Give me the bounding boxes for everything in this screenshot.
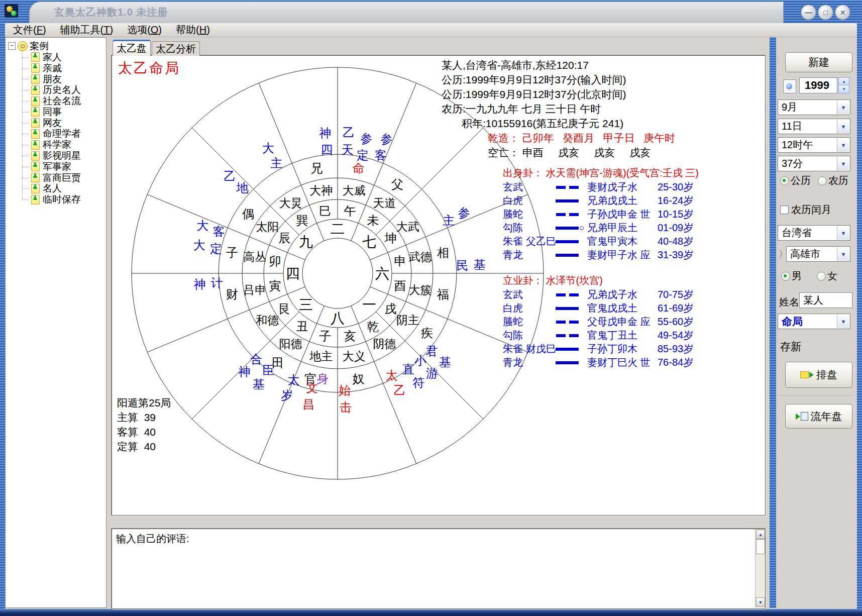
- ring-branch: 巳: [319, 204, 331, 218]
- age-range-label: 40-48岁: [658, 235, 694, 248]
- tree-item-社会名流[interactable]: 社会名流: [19, 95, 106, 107]
- save-new-label[interactable]: 存新: [780, 340, 801, 354]
- tree-item-科学家[interactable]: 科学家: [19, 139, 106, 150]
- deity-char: 参: [380, 132, 392, 146]
- radio-icon[interactable]: [818, 176, 827, 185]
- radio-option-女[interactable]: 女: [817, 269, 837, 283]
- tree-item-朋友[interactable]: 朋友: [19, 74, 106, 85]
- chevron-down-icon[interactable]: ▼: [837, 315, 849, 328]
- hidden-spirit-label: 父乙巳: [526, 235, 555, 248]
- scroll-up-icon[interactable]: ▲: [756, 530, 765, 539]
- city-select[interactable]: 高雄市 ▼: [786, 246, 850, 262]
- chevron-down-icon[interactable]: ▼: [837, 138, 849, 152]
- leap-month-checkbox-row[interactable]: 农历闰月: [780, 203, 831, 217]
- yin-line-icon: [555, 293, 579, 296]
- spin-down-icon[interactable]: ▼: [839, 85, 849, 93]
- six-god-label: 螣蛇: [503, 208, 526, 221]
- chevron-down-icon[interactable]: ▼: [837, 100, 849, 114]
- hour-value: 12时午: [782, 138, 813, 152]
- ring-god: 天道: [373, 196, 396, 210]
- ring-number: 二: [331, 221, 345, 237]
- tree-items: 家人亲戚朋友历史名人社会名流同事网友命理学者科学家影视明星军事家富商巨贾名人临时…: [19, 52, 106, 205]
- ring-god: 阴德: [373, 337, 396, 350]
- page-icon: [801, 412, 808, 421]
- calculation-stats: 阳遁第25局主算 39客算 40定算 40: [117, 395, 171, 454]
- case-tree-panel: − ☺ 案例 家人亲戚朋友历史名人社会名流同事网友命理学者科学家影视明星军事家富…: [5, 37, 106, 608]
- tab-taiyi-pan[interactable]: 太乙盘: [113, 40, 151, 56]
- tree-item-影视明星[interactable]: 影视明星: [19, 150, 106, 161]
- radio-option-农历[interactable]: 农历: [818, 174, 848, 187]
- collapse-icon[interactable]: −: [8, 42, 16, 50]
- menu-item[interactable]: 选项(O): [127, 23, 162, 37]
- yin-line-icon: [555, 321, 579, 324]
- ring-number: 七: [362, 234, 376, 250]
- menu-item[interactable]: 文件(F): [13, 23, 46, 37]
- maximize-button[interactable]: □: [818, 5, 833, 20]
- hexagram-row: 玄武妻财戊子水25-30岁: [503, 180, 694, 194]
- tree-item-临时保存[interactable]: 临时保存: [19, 194, 106, 205]
- chevron-down-icon[interactable]: ▼: [837, 247, 849, 261]
- tree-item-命理学者[interactable]: 命理学者: [19, 129, 106, 140]
- chevron-down-icon[interactable]: ▼: [837, 120, 849, 133]
- close-button[interactable]: ✕: [835, 5, 850, 20]
- radio-option-男[interactable]: 男: [781, 269, 802, 283]
- chevron-down-icon[interactable]: ▼: [837, 157, 849, 170]
- comment-panel[interactable]: 输入自己的评语: ▲ ▼: [112, 529, 766, 609]
- year-input[interactable]: 1999: [799, 77, 837, 93]
- radio-icon[interactable]: [780, 176, 789, 185]
- hour-select[interactable]: 12时午 ▼: [778, 137, 850, 153]
- ring-palace: 父: [391, 177, 403, 191]
- name-input[interactable]: 某人: [799, 292, 852, 308]
- yin-line-icon: [555, 186, 579, 189]
- tree-item-富商巨贾[interactable]: 富商巨贾: [19, 172, 106, 183]
- tree-root[interactable]: − ☺ 案例: [8, 40, 106, 52]
- scrollbar-thumb[interactable]: [756, 539, 765, 554]
- ring-branch: 丑: [296, 320, 308, 333]
- paipan-button[interactable]: 排盘: [785, 362, 852, 388]
- info-line: 某人,台湾省-高雄市,东经120:17: [442, 58, 675, 72]
- chevron-down-icon[interactable]: ▼: [837, 226, 849, 240]
- case-doc-icon: [31, 129, 40, 139]
- menu-item[interactable]: 帮助(H): [176, 23, 210, 37]
- radio-icon[interactable]: [781, 272, 790, 281]
- age-range-label: 25-30岁: [658, 180, 694, 194]
- minute-select[interactable]: 37分 ▼: [778, 156, 850, 171]
- tree-item-同事[interactable]: 同事: [19, 107, 106, 118]
- radio-option-公历[interactable]: 公历: [780, 174, 811, 187]
- tab-taiyi-analysis[interactable]: 太乙分析: [152, 41, 200, 56]
- comment-scrollbar[interactable]: ▲ ▼: [755, 529, 765, 607]
- mode-select[interactable]: 命局 ▼: [778, 314, 850, 329]
- deity-char: 符: [412, 376, 424, 389]
- checkbox-icon[interactable]: [780, 206, 789, 214]
- liunian-button[interactable]: 流年盘: [785, 404, 852, 429]
- year-spinner[interactable]: ▲ ▼: [838, 77, 849, 93]
- scroll-down-icon[interactable]: ▼: [756, 597, 765, 607]
- month-select[interactable]: 9月 ▼: [778, 99, 850, 115]
- hexagram-row: 青龙妻财甲子水 应31-39岁: [503, 248, 694, 262]
- new-button[interactable]: 新建: [785, 52, 852, 72]
- deity-label-乙地: 乙地: [224, 169, 248, 194]
- age-range-label: 55-60岁: [658, 315, 694, 329]
- spin-up-icon[interactable]: ▲: [839, 78, 849, 85]
- ring-god: 地主: [309, 350, 333, 363]
- tree-item-家人[interactable]: 家人: [19, 52, 106, 63]
- tree-item-亲戚[interactable]: 亲戚: [19, 63, 106, 74]
- province-select[interactable]: 台湾省 ▼: [778, 225, 850, 241]
- minimize-button[interactable]: —: [801, 5, 816, 20]
- tree-item-历史名人[interactable]: 历史名人: [19, 84, 106, 95]
- menu-item[interactable]: 辅助工具(T): [60, 23, 114, 37]
- info-line: 公历:1999年9月9日12时37分(北京时间): [442, 87, 675, 101]
- case-doc-icon: [31, 184, 40, 193]
- left-window-edge: [0, 23, 5, 609]
- age-range-label: 16-24岁: [658, 194, 694, 208]
- tree-item-网友[interactable]: 网友: [19, 118, 106, 129]
- tree-item-军事家[interactable]: 军事家: [19, 161, 106, 172]
- day-select[interactable]: 11日 ▼: [778, 119, 850, 134]
- hexagram-row: 青龙妻财丁巳火 世76-84岁: [503, 356, 694, 369]
- deity-char: 始: [339, 383, 351, 397]
- radio-icon[interactable]: [817, 272, 826, 281]
- tree-item-名人[interactable]: 名人: [19, 183, 106, 194]
- deity-char: 神: [193, 277, 206, 291]
- hexagram-header: 出身卦： 水天需(坤宫-游魂)(受气宫:壬戌 三): [503, 166, 694, 180]
- app-window: 玄奥太乙神数1.0 未注册 — □ ✕ 文件(F)辅助工具(T)选项(O)帮助(…: [0, 0, 862, 616]
